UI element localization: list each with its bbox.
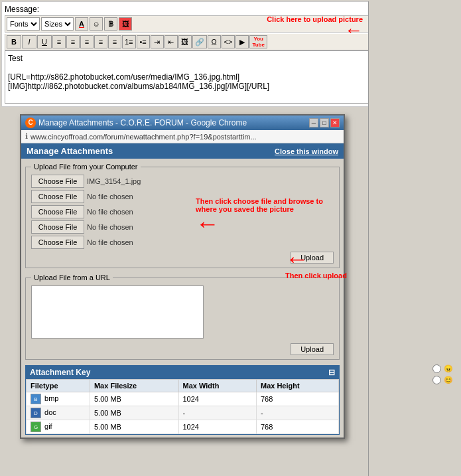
page: 😠 😊 Message: Fonts Sizes A ☺ 𝔹 🖼 xyxy=(0,1,461,476)
cell-height: 768 xyxy=(256,420,338,434)
indent-in-btn[interactable]: ⇥ xyxy=(151,35,164,48)
file-name-4: No file chosen xyxy=(87,238,133,246)
attachment-key-title: Attachment Key xyxy=(30,368,90,377)
upload-url-btn[interactable]: Upload xyxy=(291,343,334,355)
upload-computer-legend: Upload File from your Computer xyxy=(31,163,141,171)
align-right-btn[interactable]: ≡ xyxy=(80,35,94,48)
attachment-table: Filetype Max Filesize Max Width Max Heig… xyxy=(26,379,339,434)
upload-btn-row-1: Upload xyxy=(31,252,334,264)
emoji-angry: 😠 xyxy=(444,364,453,373)
bmp-icon: B xyxy=(31,394,41,404)
cell-filesize: 5.00 MB xyxy=(90,420,178,434)
close-btn[interactable]: ✕ xyxy=(330,118,340,127)
emoji-happy: 😊 xyxy=(444,376,453,384)
list-unordered-btn[interactable]: •≡ xyxy=(137,35,150,48)
info-icon: ℹ xyxy=(25,132,28,141)
media-btn[interactable]: ▶ xyxy=(235,35,249,48)
choose-file-btn-3[interactable]: Choose File xyxy=(31,220,84,234)
youtube-btn[interactable]: YouTube xyxy=(249,35,267,48)
indent-out-btn[interactable]: ⇤ xyxy=(165,35,178,48)
attachment-key-section: Attachment Key ⊟ Filetype Max Filesize M… xyxy=(25,365,340,435)
file-row-0: Choose File IMG_3154_1.jpg xyxy=(31,175,334,188)
modal-addressbar: ℹ www.cincyoffroad.com/forum/newattachme… xyxy=(21,130,344,143)
col-max-filesize: Max Filesize xyxy=(90,380,178,392)
underline-btn[interactable]: U xyxy=(37,35,52,48)
cell-width: 1024 xyxy=(178,392,256,406)
emoji-radio-group: 😠 😊 xyxy=(432,364,453,384)
modal-header-bar: Manage Attachments Close this window xyxy=(21,143,344,159)
sidebar-panel: 😠 😊 xyxy=(368,1,461,476)
radio-angry[interactable] xyxy=(432,364,441,373)
cell-filetype: B bmp xyxy=(27,392,90,406)
cell-width: - xyxy=(178,406,256,420)
collapse-icon[interactable]: ⊟ xyxy=(328,368,335,377)
modal-titlebar: C Manage Attachments - C.O.R.E. FORUM - … xyxy=(21,116,344,130)
italic-btn[interactable]: I xyxy=(22,35,36,48)
upload-picture-btn[interactable]: 🖼 xyxy=(119,17,132,31)
table-header-row: Filetype Max Filesize Max Width Max Heig… xyxy=(27,380,339,392)
window-buttons: ─ □ ✕ xyxy=(309,118,340,127)
link-btn[interactable]: 🔗 xyxy=(192,35,207,48)
modal-manage-attachments: C Manage Attachments - C.O.R.E. FORUM - … xyxy=(20,114,345,439)
align-justify-btn[interactable]: ≡ xyxy=(94,35,107,48)
file-row-1: Choose File No file chosen xyxy=(31,190,334,203)
special-char-btn[interactable]: Ω xyxy=(208,35,221,48)
modal-content: Manage Attachments Close this window Upl… xyxy=(21,143,344,437)
align-center-btn[interactable]: ≡ xyxy=(66,35,80,48)
cell-filetype: G gif xyxy=(27,420,90,434)
code-btn[interactable]: <> xyxy=(222,35,235,48)
cell-filetype: D doc xyxy=(27,406,90,420)
file-name-2: No file chosen xyxy=(87,208,133,216)
file-name-3: No file chosen xyxy=(87,223,133,231)
upload-url-fieldset: Upload File from a URL Upload xyxy=(25,274,340,360)
cell-height: - xyxy=(256,406,338,420)
chrome-icon: C xyxy=(25,118,36,128)
align-extra-btn[interactable]: ≡ xyxy=(108,35,121,48)
list-ordered-btn[interactable]: 1≡ xyxy=(122,35,136,48)
upload-url-legend: Upload File from a URL xyxy=(31,274,113,281)
modal-scroll-area[interactable]: Upload File from your Computer Choose Fi… xyxy=(21,159,344,437)
choose-file-btn-2[interactable]: Choose File xyxy=(31,205,84,218)
file-name-1: No file chosen xyxy=(87,193,133,200)
choose-file-btn-1[interactable]: Choose File xyxy=(31,190,84,203)
upload-computer-fieldset: Upload File from your Computer Choose Fi… xyxy=(25,163,340,268)
minimize-btn[interactable]: ─ xyxy=(309,118,318,127)
doc-icon: D xyxy=(31,408,41,418)
table-row: D doc 5.00 MB - - xyxy=(27,406,339,420)
file-row-2: Choose File No file chosen xyxy=(31,205,334,218)
close-window-link[interactable]: Close this window xyxy=(275,147,338,155)
table-row: B bmp 5.00 MB 1024 768 xyxy=(27,392,339,406)
titlebar-left: C Manage Attachments - C.O.R.E. FORUM - … xyxy=(25,118,247,128)
col-max-width: Max Width xyxy=(178,380,256,392)
file-name-0: IMG_3154_1.jpg xyxy=(87,177,141,185)
smiley-btn[interactable]: ☺ xyxy=(90,17,103,31)
modal-title: Manage Attachments - C.O.R.E. FORUM - Go… xyxy=(38,118,247,127)
restore-btn[interactable]: □ xyxy=(320,118,329,127)
bold-btn[interactable]: B xyxy=(7,35,21,48)
attachment-key-header: Attachment Key ⊟ xyxy=(26,366,339,379)
choose-file-btn-0[interactable]: Choose File xyxy=(31,175,84,188)
table-row: G gif 5.00 MB 1024 768 xyxy=(27,420,339,434)
upload-btn-row-2: Upload xyxy=(31,343,334,355)
image-insert-btn[interactable]: 🖼 xyxy=(178,35,192,48)
choose-file-btn-4[interactable]: Choose File xyxy=(31,236,84,249)
font-style-btn[interactable]: 𝔹 xyxy=(104,17,117,31)
file-row-4: Choose File No file chosen xyxy=(31,236,334,249)
sizes-select[interactable]: Sizes xyxy=(41,17,74,31)
modal-header-text: Manage Attachments xyxy=(27,146,113,156)
cell-height: 768 xyxy=(256,392,338,406)
cell-filesize: 5.00 MB xyxy=(90,406,178,420)
url-input[interactable] xyxy=(31,285,204,339)
upload-computer-btn[interactable]: Upload xyxy=(291,252,334,264)
file-row-3: Choose File No file chosen xyxy=(31,220,334,234)
align-left-btn[interactable]: ≡ xyxy=(52,35,66,48)
cell-width: 1024 xyxy=(178,420,256,434)
radio-item-1[interactable]: 😠 xyxy=(432,364,453,373)
font-color-btn[interactable]: A xyxy=(75,17,88,31)
radio-happy[interactable] xyxy=(432,376,441,384)
fonts-select[interactable]: Fonts xyxy=(7,17,40,31)
col-filetype: Filetype xyxy=(27,380,90,392)
cell-filesize: 5.00 MB xyxy=(90,392,178,406)
radio-item-2[interactable]: 😊 xyxy=(432,376,453,384)
col-max-height: Max Height xyxy=(256,380,338,392)
